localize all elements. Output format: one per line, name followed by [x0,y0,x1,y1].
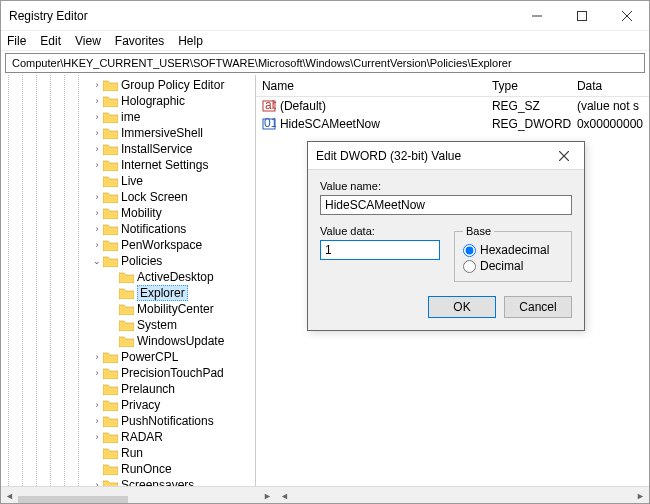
scrollbar-horiz: ◄ ► ◄ ► [1,486,649,503]
tree-item[interactable]: WindowsUpdate [91,333,255,349]
folder-icon [103,447,118,459]
value-name: (Default) [280,99,326,113]
addressbar[interactable]: Computer\HKEY_CURRENT_USER\SOFTWARE\Micr… [5,53,645,73]
ok-button[interactable]: OK [428,296,496,318]
scroll-right-button[interactable]: ► [632,487,649,504]
radio-dec-input[interactable] [463,260,476,273]
col-name[interactable]: Name [256,79,486,93]
value-data-input[interactable] [320,240,440,260]
expand-icon[interactable]: › [91,96,103,106]
expand-icon[interactable]: › [91,80,103,90]
dialog-close-button[interactable] [552,144,576,168]
folder-icon [103,159,118,171]
expand-icon[interactable]: › [91,192,103,202]
tree-item-label: RADAR [121,430,163,444]
scroll-left-button[interactable]: ◄ [276,487,293,504]
tree-item[interactable]: ›Group Policy Editor [91,77,255,93]
minimize-button[interactable] [514,1,559,31]
folder-icon [103,239,118,251]
folder-icon [103,111,118,123]
tree-item[interactable]: ›InstallService [91,141,255,157]
menu-favorites[interactable]: Favorites [115,34,164,48]
value-data: (value not s [571,99,649,113]
expand-icon[interactable]: › [91,112,103,122]
dword-value-icon: 011 [262,117,276,131]
tree-item[interactable]: ›PowerCPL [91,349,255,365]
tree-item[interactable]: ›ImmersiveShell [91,125,255,141]
tree-item[interactable]: Run [91,445,255,461]
menu-help[interactable]: Help [178,34,203,48]
tree-item[interactable]: ›PrecisionTouchPad [91,365,255,381]
expand-icon[interactable]: › [91,368,103,378]
list-row[interactable]: ab(Default)REG_SZ(value not s [256,97,649,115]
menubar: File Edit View Favorites Help [1,31,649,51]
tree-item[interactable]: ›Mobility [91,205,255,221]
tree-item[interactable]: Prelaunch [91,381,255,397]
tree-item-label: Notifications [121,222,186,236]
menu-file[interactable]: File [7,34,26,48]
tree-item[interactable]: ›Internet Settings [91,157,255,173]
tree-item-label: PushNotifications [121,414,214,428]
expand-icon[interactable]: › [91,480,103,486]
maximize-button[interactable] [559,1,604,31]
tree-item[interactable]: ⌄Policies [91,253,255,269]
folder-icon [103,367,118,379]
tree-item[interactable]: ›PenWorkspace [91,237,255,253]
list-row[interactable]: 011HideSCAMeetNowREG_DWORD0x00000000 [256,115,649,133]
expand-icon[interactable]: ⌄ [91,256,103,266]
folder-icon [103,351,118,363]
tree-item[interactable]: RunOnce [91,461,255,477]
radio-hex-input[interactable] [463,244,476,257]
list-header: Name Type Data [256,75,649,97]
expand-icon[interactable]: › [91,400,103,410]
tree-item[interactable]: ›Screensavers [91,477,255,486]
expand-icon[interactable]: › [91,416,103,426]
col-data[interactable]: Data [571,79,649,93]
tree-item[interactable]: ›PushNotifications [91,413,255,429]
tree-item-label: Run [121,446,143,460]
folder-icon [103,431,118,443]
scroll-right-button[interactable]: ► [259,487,276,504]
tree-item[interactable]: ›Notifications [91,221,255,237]
scroll-thumb[interactable] [18,496,128,505]
svg-text:ab: ab [265,99,276,112]
scroll-left-button[interactable]: ◄ [1,487,18,504]
tree-item[interactable]: ›Lock Screen [91,189,255,205]
tree-item[interactable]: ›Privacy [91,397,255,413]
tree-item[interactable]: MobilityCenter [91,301,255,317]
radio-dec[interactable]: Decimal [463,259,563,273]
dialog-title: Edit DWORD (32-bit) Value [316,149,552,163]
tree-item[interactable]: ›ime [91,109,255,125]
expand-icon[interactable]: › [91,224,103,234]
svg-rect-0 [577,11,586,20]
close-button[interactable] [604,1,649,31]
radio-hex[interactable]: Hexadecimal [463,243,563,257]
value-name-input[interactable] [320,195,572,215]
tree-item-label: Policies [121,254,162,268]
menu-view[interactable]: View [75,34,101,48]
value-data-label: Value data: [320,225,440,237]
col-type[interactable]: Type [486,79,571,93]
folder-icon [119,287,134,299]
expand-icon[interactable]: › [91,144,103,154]
expand-icon[interactable]: › [91,240,103,250]
tree-item[interactable]: ›RADAR [91,429,255,445]
expand-icon[interactable]: › [91,208,103,218]
tree-item[interactable]: ActiveDesktop [91,269,255,285]
tree-item[interactable]: ›Holographic [91,93,255,109]
expand-icon[interactable]: › [91,432,103,442]
tree-item[interactable]: Live [91,173,255,189]
folder-icon [103,207,118,219]
tree-item[interactable]: System [91,317,255,333]
expand-icon[interactable]: › [91,352,103,362]
menu-edit[interactable]: Edit [40,34,61,48]
tree-item[interactable]: Explorer [91,285,255,301]
tree-item-label: System [137,318,177,332]
cancel-button[interactable]: Cancel [504,296,572,318]
expand-icon[interactable]: › [91,128,103,138]
folder-icon [103,479,118,486]
address-text: Computer\HKEY_CURRENT_USER\SOFTWARE\Micr… [12,57,512,69]
expand-icon[interactable]: › [91,160,103,170]
folder-icon [103,463,118,475]
tree-item-label: Holographic [121,94,185,108]
